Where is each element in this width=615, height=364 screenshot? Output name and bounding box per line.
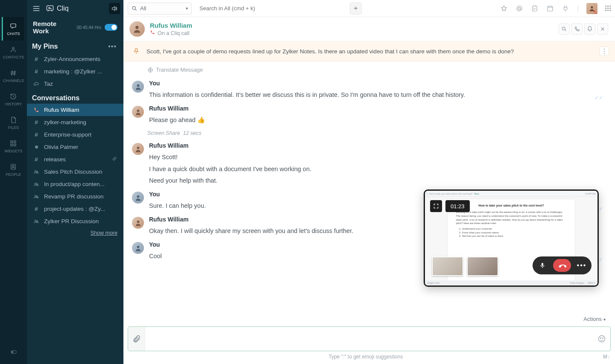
compose-input[interactable] [145,327,593,351]
group-icon [33,194,40,200]
pin-item[interactable]: #marketing : @Zylker ... [27,65,123,78]
search-box[interactable] [196,3,346,15]
message-row: YouThis information is confidential. It'… [123,77,615,102]
conversation-item[interactable]: Zylker PR Discussion [27,215,123,227]
conversation-label: releases [44,156,107,163]
svg-point-30 [137,195,139,198]
plug-icon[interactable] [562,5,569,12]
chat-status-text: On a Cliq call [158,30,189,36]
chat-contact-name[interactable]: Rufus William [150,22,192,29]
new-button[interactable]: ＋ [350,3,362,15]
mini-nav-chats[interactable]: CHATS [2,17,24,41]
conversation-item[interactable]: #zylker-marketing [27,116,123,128]
chevron-down-icon: ▾ [186,6,188,11]
translate-row[interactable]: Translate Message [123,64,615,77]
main-area: All ▾ ＋ | [123,0,615,364]
conversation-item[interactable]: Revamp PR discussion [27,190,123,203]
svg-point-25 [562,27,565,30]
mute-button[interactable] [536,259,549,272]
svg-point-33 [599,336,605,342]
svg-point-19 [132,6,135,9]
message-avatar [132,81,144,93]
conversation-item[interactable]: Sales Pitch Discussion [27,166,123,178]
chat-search-button[interactable] [559,23,570,35]
chat-call-button[interactable] [571,23,583,35]
conversation-item[interactable]: #Enterprise-support [27,128,123,141]
pin-label: Taz [44,81,117,87]
message-sender: Rufus William [149,142,606,149]
mini-nav-history[interactable]: HISTORY [3,87,24,111]
participant-thumb[interactable] [432,256,463,276]
search-input[interactable] [199,5,342,12]
call-status-icon [150,30,155,36]
attach-button[interactable] [128,327,145,351]
conversation-item[interactable]: Olivia Palmer [27,141,123,153]
pin-item[interactable]: #Zyler-Announcements [27,53,123,65]
shared-doc-footer: English (US)Track Changes100% ▾ [425,280,597,285]
conversation-label: Revamp PR discussion [44,193,117,200]
apps-grid-icon[interactable] [605,6,611,11]
participant-thumb[interactable] [467,256,498,276]
message-text: I have a quick doubt with a document I'v… [149,163,606,175]
chat-header: Rufus William On a Cliq call [123,17,615,41]
mention-icon[interactable] [515,5,523,12]
actions-dropdown[interactable]: Actions▾ [123,314,615,325]
remote-toggle[interactable] [105,24,117,31]
hamburger-icon[interactable] [32,4,41,13]
svg-point-15 [35,195,37,197]
show-more-link[interactable]: Show more [27,227,123,239]
pinned-text: Scott, I've got a couple of demo request… [146,48,514,55]
mini-nav-contacts[interactable]: CONTACTS [3,41,24,64]
svg-rect-10 [47,6,53,10]
conversation-item[interactable]: #project-updates : @Zy... [27,203,123,215]
markdown-toggle[interactable]: M↓ [603,354,610,360]
chat-notify-button[interactable] [584,23,595,35]
call-panel[interactable]: ≡ How to take your sales pitch to the ne… [424,189,599,287]
call-status-dot [593,9,597,14]
svg-point-16 [37,195,38,197]
sound-button[interactable] [109,3,120,14]
theme-toggle[interactable] [8,343,19,364]
pinned-more-button[interactable]: ⋮ [600,47,609,56]
conversation-item[interactable]: In product/app conten... [27,178,123,190]
pin-item[interactable]: Taz [27,78,123,90]
message-text: This information is confidential. It's b… [149,89,589,101]
pin-icon [132,47,141,55]
conversation-item[interactable]: #releases [27,153,123,166]
call-more-button[interactable]: ••• [575,259,588,272]
svg-rect-0 [11,23,16,27]
mini-nav-widgets[interactable]: WIDGETS [3,134,24,158]
chat-close-button[interactable] [597,23,608,35]
svg-point-29 [137,147,139,149]
pins-menu[interactable]: ••• [106,42,118,51]
message-sender: You [149,80,589,87]
svg-point-31 [137,221,139,223]
hash-icon: # [33,68,40,75]
mini-nav-people[interactable]: PEOPLE [3,158,24,181]
svg-point-9 [11,351,13,353]
svg-rect-5 [14,144,16,146]
user-avatar[interactable] [586,3,597,14]
conversations-title: Conversations [32,94,118,102]
mini-nav-channels[interactable]: CHANNELS [3,64,24,87]
search-filter[interactable]: All ▾ [128,3,192,15]
calendar-icon[interactable] [546,5,554,12]
reminder-icon[interactable] [531,5,539,12]
conversation-item[interactable]: Rufus William [27,104,123,116]
star-icon[interactable] [500,5,508,12]
conversation-label: Enterprise-support [44,131,117,138]
hash-icon: # [33,119,40,125]
link-icon [111,156,117,163]
message-avatar [132,242,144,254]
mini-nav-files[interactable]: FILES [3,111,24,134]
emoji-button[interactable] [593,327,610,351]
call-toolbar: ••• [533,256,592,274]
hangup-button[interactable] [553,259,571,272]
shared-doc-topbar: ≡ How to take your sales pitch to the ne… [425,191,597,197]
message-sender: Rufus William [149,105,606,112]
fullscreen-button[interactable] [430,200,442,212]
svg-point-23 [591,6,593,8]
svg-point-20 [518,7,520,9]
cloud-icon [33,81,40,87]
call-timer: 01:23 [445,200,470,212]
